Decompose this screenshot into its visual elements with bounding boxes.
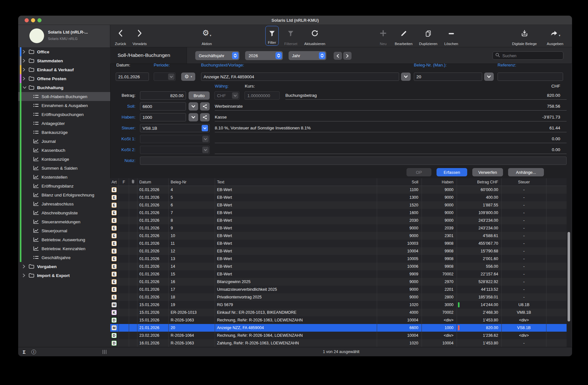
close-button[interactable] (25, 18, 29, 22)
table-row[interactable]: D 23.02.2026 R-2026-1064 Rechnung, ReNr:… (110, 332, 567, 339)
table-row[interactable]: E 01.01.2026 13 EB-Wert 10005 9908 2’001… (110, 255, 567, 263)
year-select[interactable]: 2026 (245, 51, 283, 60)
periode-label[interactable]: Periode: (154, 63, 170, 67)
table-row[interactable]: D 15.01.2026 R-2026-1063 Rechnung, ReNr:… (110, 316, 567, 324)
anhaenge-button[interactable]: Anhänge... (508, 168, 544, 176)
sidebar-resize-handle[interactable] (103, 350, 106, 354)
digital-receipts-button[interactable]: Digitale Belege (512, 27, 537, 46)
table-row[interactable]: E 01.01.2026 5 EB-Wert 1300 9000 400.00 … (110, 194, 567, 201)
sidebar-item[interactable]: Bankauszüge (18, 128, 110, 137)
table-row[interactable]: E 01.01.2026 17 Umsatzsteuerverbindlichk… (110, 286, 567, 293)
haben-dropdown-button[interactable] (189, 113, 198, 121)
refresh-button[interactable]: Aktualisieren (304, 27, 325, 46)
sidebar-item[interactable]: Abschreibungsliste (18, 208, 110, 217)
duplicate-button[interactable]: Duplizieren (419, 27, 437, 46)
sidebar-item[interactable]: Eröffnungsbuchungen (18, 110, 110, 119)
table-row[interactable]: K 15.01.2026 ER-2026-1013 Einkauf Nr.: E… (110, 309, 567, 316)
referenz-input[interactable] (498, 73, 563, 81)
steuer-label[interactable]: Steuer: (110, 126, 135, 130)
sidebar-item[interactable]: Summen & Salden (18, 164, 110, 173)
haben-input[interactable] (140, 113, 186, 121)
waehrung-select[interactable]: CHF (214, 91, 239, 100)
table-row[interactable]: E 01.01.2026 10 EB-Wert 9000 2301 4’588.… (110, 232, 567, 240)
next-period-button[interactable] (343, 52, 352, 60)
table-row[interactable]: E 01.01.2026 4 EB-Wert 1100 9000 60’000.… (110, 186, 567, 194)
sidebar-item[interactable]: Vorgaben (18, 262, 110, 271)
sidebar-item[interactable]: Steueranmeldungen (18, 217, 110, 226)
chevron-right-icon[interactable] (23, 273, 27, 277)
table-row[interactable]: E 01.01.2026 11 EB-Wert 10003 9908 455’0… (110, 240, 567, 247)
table-row[interactable]: D 16.01.2026 R-2026-1063 Zahlung, ReNr: … (110, 339, 567, 347)
kost1-select[interactable] (140, 135, 210, 143)
sidebar-item[interactable]: Stammdaten (18, 56, 110, 65)
sidebar-item[interactable]: Import & Export (18, 271, 110, 280)
sidebar-item[interactable]: Betriebsw. Kennzahlen (18, 244, 110, 253)
output-button[interactable]: ▾ Ausgeben (547, 27, 563, 46)
vertical-scrollbar[interactable] (568, 232, 570, 321)
soll-dropdown-button[interactable] (189, 102, 198, 111)
info-icon[interactable]: i (31, 350, 36, 354)
sidebar-item[interactable]: Buchhaltung (18, 83, 110, 92)
soll-input[interactable] (140, 102, 186, 111)
new-button[interactable]: Neu (379, 27, 387, 46)
chevron-right-icon[interactable] (23, 77, 27, 81)
datum-input[interactable] (116, 73, 149, 81)
soll-share-button[interactable] (200, 102, 210, 111)
haben-share-button[interactable] (200, 113, 210, 121)
brutto-button[interactable]: Brutto (189, 91, 210, 100)
steuer-input[interactable] (140, 124, 210, 132)
erfassen-button[interactable]: Erfassen (437, 168, 467, 176)
table-row[interactable]: E 01.01.2026 12 EB-Wert 10004 9908 15’79… (110, 247, 567, 255)
chevron-right-icon[interactable] (23, 59, 27, 63)
sidebar-item[interactable]: Einnahmen & Ausgaben (18, 101, 110, 110)
column-header-haben[interactable]: Haben (422, 178, 457, 186)
buchungstext-input[interactable] (201, 73, 399, 81)
action-button[interactable]: ⚙▾ Aktion (202, 27, 212, 46)
chevron-right-icon[interactable] (23, 265, 27, 268)
sidebar-item[interactable]: Eröffnungsbilanz (18, 181, 110, 190)
buchungstext-dropdown-button[interactable] (401, 73, 411, 81)
sidebar-item[interactable]: Bilanz und Erfolgsrechnung (18, 190, 110, 199)
back-button[interactable]: Zurück (115, 27, 126, 46)
chevron-right-icon[interactable] (23, 50, 27, 54)
table-row[interactable]: E 01.01.2026 14 EB-Wert 10006 9908 556.0… (110, 263, 567, 270)
column-header-soll[interactable]: Soll (377, 178, 422, 186)
chevron-right-icon[interactable] (23, 68, 27, 72)
table-row[interactable]: M 15.01.2026 19 RG 5679 1020 3000 14’244… (110, 301, 567, 309)
table-row[interactable]: E 01.01.2026 9 EB-Wert 9000 2039 243’234… (110, 224, 567, 232)
sidebar-item[interactable]: Kontoauszüge (18, 155, 110, 164)
sidebar-item[interactable]: Journal (18, 137, 110, 146)
sidebar-item[interactable]: Anlagegüter (18, 119, 110, 128)
table-row[interactable]: E 01.01.2026 6 EB-Wert 1520 9000 1’887.5… (110, 201, 567, 209)
minimize-button[interactable] (31, 18, 35, 22)
table-row[interactable]: E 01.01.2026 8 EB-Wert 2030 9000 243’234… (110, 217, 567, 224)
column-header-text[interactable]: Text (215, 178, 377, 186)
chevron-down-icon[interactable] (23, 86, 27, 89)
sidebar-item[interactable]: Jahresabschluss (18, 199, 110, 208)
sidebar-item[interactable]: Offene Posten (18, 74, 110, 83)
filter-button[interactable]: Filter (265, 26, 279, 46)
previous-period-button[interactable] (334, 52, 342, 60)
beleg-nr-input[interactable] (414, 73, 482, 81)
zoom-button[interactable] (37, 18, 42, 22)
waehrung-label[interactable]: Währg: (215, 84, 229, 89)
kost2-select[interactable] (140, 146, 210, 154)
verwerfen-button[interactable]: Verwerfen (472, 168, 503, 176)
sidebar-item[interactable]: Steuerjournal (18, 226, 110, 235)
soll-label[interactable]: Soll: (110, 104, 135, 109)
table-row[interactable]: E 01.01.2026 15 EB-Wert 9909 70002 22’15… (110, 270, 567, 278)
fiscal-year-select[interactable]: Geschäftsjahr (195, 51, 239, 60)
table-row[interactable]: E 01.01.2026 16 Bilanzgewinn 2025 9000 2… (110, 278, 567, 286)
sidebar-item[interactable]: Einkauf & Verkauf (18, 65, 110, 74)
steuer-select[interactable] (140, 124, 210, 132)
column-header-art[interactable]: Art (110, 178, 119, 186)
table-row[interactable]: E 01.01.2026 7 EB-Wert 1600 9000 109’800… (110, 209, 567, 217)
referenz-label[interactable]: Referenz: (498, 63, 516, 67)
search-field[interactable] (492, 51, 563, 60)
betrag-input[interactable] (140, 91, 186, 100)
column-header-betrag[interactable]: Betrag CHF (457, 178, 502, 186)
beleg-nr-label[interactable]: Beleg-Nr. (Man.): (414, 63, 447, 67)
column-header-attachment[interactable] (129, 178, 137, 186)
beleg-nr-dropdown-button[interactable] (484, 73, 494, 81)
range-select[interactable]: Jahr (289, 51, 326, 60)
